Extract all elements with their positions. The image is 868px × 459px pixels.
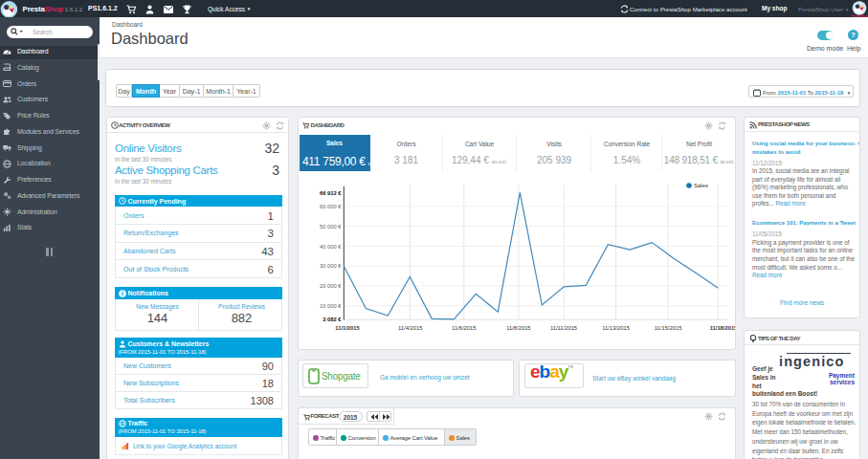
svg-text:11/8/2015: 11/8/2015 — [506, 325, 530, 331]
svg-text:50 000 €: 50 000 € — [320, 224, 342, 230]
svg-text:11/18/2015: 11/18/2015 — [710, 325, 736, 331]
svg-text:Sales: Sales — [694, 183, 708, 188]
svg-text:11/1/2015: 11/1/2015 — [335, 325, 360, 331]
svg-text:11/4/2015: 11/4/2015 — [398, 325, 422, 331]
svg-text:20 000 €: 20 000 € — [320, 283, 342, 289]
svg-text:40 000 €: 40 000 € — [320, 244, 342, 250]
svg-text:11/6/2015: 11/6/2015 — [452, 325, 476, 331]
svg-text:60 000 €: 60 000 € — [320, 204, 342, 209]
svg-text:30 000 €: 30 000 € — [320, 263, 342, 269]
svg-text:66 912 €: 66 912 € — [320, 190, 342, 196]
svg-text:11/11/2015: 11/11/2015 — [550, 325, 577, 331]
svg-text:11/13/2015: 11/13/2015 — [602, 325, 630, 331]
svg-text:10 000 €: 10 000 € — [320, 303, 342, 309]
svg-text:3 082 €: 3 082 € — [323, 317, 342, 322]
svg-text:11/15/2015: 11/15/2015 — [655, 325, 682, 331]
svg-text:PrestaShop: PrestaShop — [851, 13, 868, 16]
